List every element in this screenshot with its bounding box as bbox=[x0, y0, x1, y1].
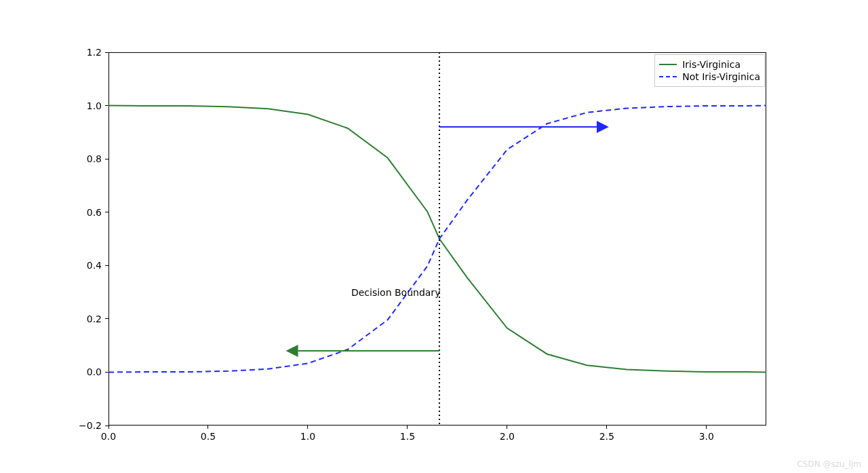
x-tick-label: 3.0 bbox=[699, 431, 714, 442]
x-tick-mark bbox=[307, 425, 308, 429]
y-tick-label: 0.4 bbox=[87, 260, 102, 271]
y-tick-mark bbox=[105, 425, 108, 426]
decision-boundary-label: Decision Boundary bbox=[351, 287, 440, 298]
x-tick-label: 2.0 bbox=[500, 431, 515, 442]
legend: Iris-Virginica Not Iris-Virginica bbox=[654, 54, 765, 87]
y-tick-label: 0.2 bbox=[87, 314, 102, 324]
y-tick-mark bbox=[105, 159, 108, 159]
x-tick-label: 0.5 bbox=[201, 431, 216, 442]
y-tick-mark bbox=[105, 52, 108, 53]
y-tick-mark bbox=[105, 265, 108, 266]
x-tick-label: 1.5 bbox=[400, 431, 415, 442]
x-tick-mark bbox=[706, 425, 707, 429]
x-tick-mark bbox=[407, 425, 408, 429]
legend-swatch-iris bbox=[659, 64, 677, 65]
x-tick-mark bbox=[507, 425, 507, 429]
x-tick-mark bbox=[108, 425, 109, 429]
y-tick-label: 0.6 bbox=[87, 207, 102, 218]
y-tick-mark bbox=[105, 318, 108, 319]
y-tick-label: 1.0 bbox=[87, 100, 102, 111]
y-tick-label: 1.2 bbox=[87, 47, 102, 58]
y-tick-mark bbox=[105, 212, 108, 212]
series-iris-virginica bbox=[108, 106, 766, 373]
y-tick-mark bbox=[105, 372, 108, 373]
figure: Iris-Virginica Not Iris-Virginica Decisi… bbox=[0, 0, 868, 473]
legend-swatch-not-iris bbox=[659, 76, 677, 77]
y-tick-label: 0.8 bbox=[87, 153, 102, 164]
y-tick-label: −0.2 bbox=[79, 420, 102, 431]
legend-label-not-iris: Not Iris-Virginica bbox=[682, 71, 760, 82]
watermark: CSDN @szu_ljm bbox=[797, 459, 861, 469]
legend-item-not-iris: Not Iris-Virginica bbox=[659, 71, 760, 82]
legend-label-iris: Iris-Virginica bbox=[682, 59, 741, 70]
x-tick-mark bbox=[606, 425, 607, 429]
legend-item-iris: Iris-Virginica bbox=[659, 59, 760, 70]
x-tick-label: 2.5 bbox=[599, 431, 614, 442]
y-tick-mark bbox=[105, 105, 108, 106]
y-tick-label: 0.0 bbox=[87, 366, 102, 377]
x-tick-mark bbox=[208, 425, 208, 429]
x-tick-label: 1.0 bbox=[300, 431, 315, 442]
series-not-iris-virginica bbox=[108, 106, 766, 373]
x-tick-label: 0.0 bbox=[101, 431, 116, 442]
